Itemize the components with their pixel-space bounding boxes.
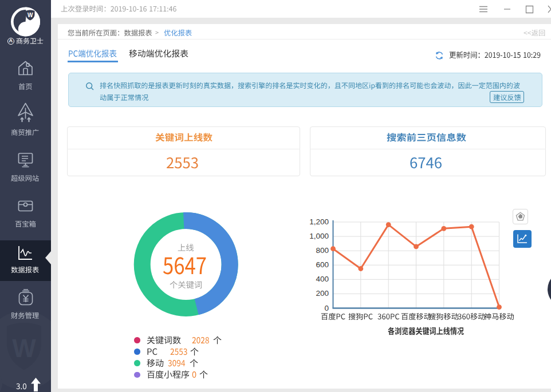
svg-text:W: W (12, 334, 36, 362)
svg-text:W: W (27, 12, 33, 18)
